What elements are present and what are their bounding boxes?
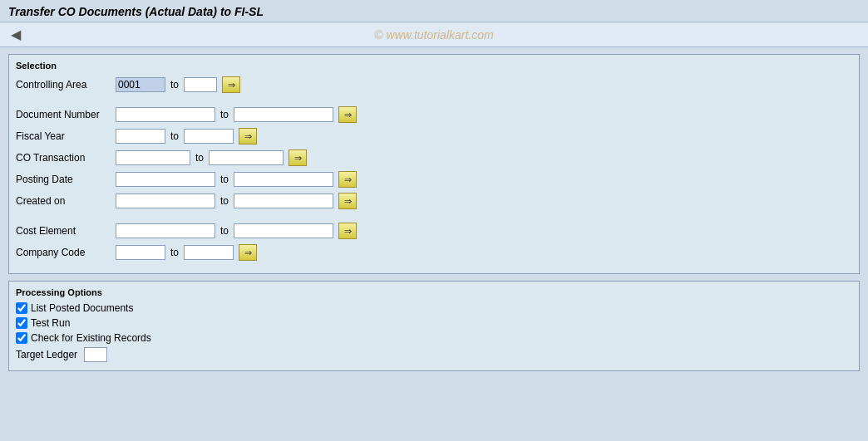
processing-section: Processing Options List Posted Documents… bbox=[8, 281, 860, 371]
input-document-number-to[interactable] bbox=[234, 107, 333, 122]
target-ledger-row: Target Ledger bbox=[16, 347, 852, 362]
label-target-ledger: Target Ledger bbox=[16, 349, 77, 360]
to-label-7: to bbox=[170, 247, 179, 258]
arrow-btn-cost-element[interactable] bbox=[338, 223, 357, 239]
label-posting-date: Posting Date bbox=[16, 174, 116, 185]
to-label-4: to bbox=[220, 174, 229, 185]
label-check-existing: Check for Existing Records bbox=[31, 332, 151, 344]
to-label-0: to bbox=[170, 79, 179, 91]
form-row-document-number: Document Number to bbox=[16, 105, 852, 124]
input-created-on-from[interactable] bbox=[116, 194, 215, 208]
input-cost-element-from[interactable] bbox=[116, 223, 215, 238]
form-row-co-transaction: CO Transaction to bbox=[16, 149, 852, 167]
arrow-btn-posting-date[interactable] bbox=[338, 171, 357, 188]
to-label-6: to bbox=[220, 225, 229, 237]
selection-section: Selection Controlling Area to Document N… bbox=[8, 54, 860, 274]
input-company-code-to[interactable] bbox=[184, 245, 234, 260]
checkbox-row-check-existing: Check for Existing Records bbox=[16, 332, 852, 344]
toolbar-area: ◀ © www.tutorialkart.com bbox=[0, 22, 868, 47]
arrow-btn-controlling-area[interactable] bbox=[222, 76, 240, 93]
input-controlling-area-from[interactable] bbox=[116, 77, 165, 92]
arrow-btn-fiscal-year[interactable] bbox=[239, 128, 257, 145]
title-bar: Transfer CO Documents (Actual Data) to F… bbox=[0, 0, 868, 22]
watermark: © www.tutorialkart.com bbox=[374, 28, 493, 42]
checkbox-check-existing[interactable] bbox=[16, 332, 27, 344]
form-row-created-on: Created on to bbox=[16, 192, 852, 210]
to-label-1: to bbox=[220, 109, 229, 120]
label-document-number: Document Number bbox=[16, 109, 116, 120]
checkbox-row-test-run: Test Run bbox=[16, 317, 852, 329]
selection-title: Selection bbox=[16, 61, 57, 71]
label-cost-element: Cost Element bbox=[16, 225, 116, 237]
processing-title: Processing Options bbox=[16, 287, 102, 297]
form-row-controlling-area: Controlling Area to bbox=[16, 76, 852, 94]
arrow-btn-company-code[interactable] bbox=[239, 244, 257, 261]
label-fiscal-year: Fiscal Year bbox=[16, 130, 116, 142]
input-posting-date-to[interactable] bbox=[234, 172, 333, 187]
form-row-fiscal-year: Fiscal Year to bbox=[16, 127, 852, 145]
input-co-transaction-to[interactable] bbox=[209, 150, 284, 165]
to-label-2: to bbox=[170, 130, 179, 142]
label-controlling-area: Controlling Area bbox=[16, 79, 116, 91]
checkbox-row-list-posted: List Posted Documents bbox=[16, 302, 852, 314]
input-posting-date-from[interactable] bbox=[116, 172, 215, 187]
label-list-posted: List Posted Documents bbox=[31, 302, 133, 314]
input-created-on-to[interactable] bbox=[234, 194, 333, 208]
input-fiscal-year-from[interactable] bbox=[116, 129, 165, 144]
page-title: Transfer CO Documents (Actual Data) to F… bbox=[8, 5, 860, 18]
input-company-code-from[interactable] bbox=[116, 245, 165, 260]
input-co-transaction-from[interactable] bbox=[116, 150, 190, 165]
input-controlling-area-to[interactable] bbox=[184, 77, 217, 92]
to-label-3: to bbox=[195, 152, 204, 164]
label-test-run: Test Run bbox=[31, 317, 70, 329]
label-company-code: Company Code bbox=[16, 247, 116, 258]
checkbox-test-run[interactable] bbox=[16, 317, 27, 329]
input-cost-element-to[interactable] bbox=[234, 223, 333, 238]
form-row-posting-date: Posting Date to bbox=[16, 170, 852, 189]
input-fiscal-year-to[interactable] bbox=[184, 129, 234, 144]
form-row-cost-element: Cost Element to bbox=[16, 222, 852, 240]
label-co-transaction: CO Transaction bbox=[16, 152, 116, 164]
input-document-number-from[interactable] bbox=[116, 107, 215, 122]
to-label-5: to bbox=[220, 195, 229, 207]
checkbox-list-posted[interactable] bbox=[16, 302, 27, 314]
label-created-on: Created on bbox=[16, 195, 116, 207]
arrow-btn-created-on[interactable] bbox=[338, 193, 357, 209]
arrow-btn-document-number[interactable] bbox=[338, 106, 357, 123]
form-row-company-code: Company Code to bbox=[16, 243, 852, 262]
back-icon[interactable]: ◀ bbox=[7, 26, 25, 44]
arrow-btn-co-transaction[interactable] bbox=[289, 149, 307, 166]
input-target-ledger[interactable] bbox=[84, 347, 107, 362]
